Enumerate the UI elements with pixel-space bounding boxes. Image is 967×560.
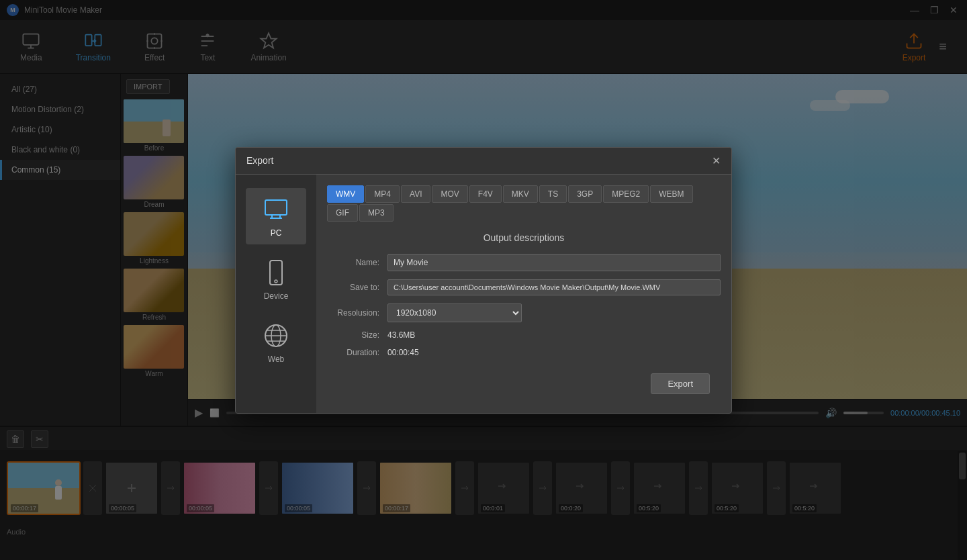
format-avi[interactable]: AVI bbox=[401, 185, 430, 203]
dialog-title: Export bbox=[246, 155, 273, 166]
size-label: Size: bbox=[327, 330, 387, 340]
size-row: Size: 43.6MB bbox=[327, 330, 721, 340]
monitor-svg bbox=[261, 195, 291, 224]
format-mpeg2[interactable]: MPEG2 bbox=[603, 185, 649, 203]
resolution-select[interactable]: 1920x1080 bbox=[387, 304, 522, 322]
dialog-header: Export ✕ bbox=[236, 148, 731, 175]
dest-web[interactable]: Web bbox=[246, 314, 306, 371]
dialog-footer: Export bbox=[327, 365, 721, 402]
format-tabs: WMV MP4 AVI MOV F4V MKV TS 3GP MPEG2 WEB… bbox=[327, 185, 721, 222]
pc-icon bbox=[261, 195, 291, 224]
format-mp3[interactable]: MP3 bbox=[359, 204, 394, 222]
dialog-right: WMV MP4 AVI MOV F4V MKV TS 3GP MPEG2 WEB… bbox=[316, 175, 731, 413]
svg-rect-17 bbox=[265, 200, 287, 215]
format-ts[interactable]: TS bbox=[539, 185, 567, 203]
save-to-label: Save to: bbox=[327, 283, 387, 292]
dialog-body: PC Device bbox=[236, 175, 731, 413]
duration-label: Duration: bbox=[327, 348, 387, 357]
svg-rect-18 bbox=[270, 261, 282, 285]
duration-value: 00:00:45 bbox=[387, 348, 721, 357]
format-gif[interactable]: GIF bbox=[327, 204, 358, 222]
resolution-label: Resolusion: bbox=[327, 308, 387, 318]
export-action-button[interactable]: Export bbox=[651, 373, 710, 394]
svg-point-19 bbox=[275, 280, 277, 283]
web-icon bbox=[261, 321, 291, 351]
format-webm[interactable]: WEBM bbox=[650, 185, 692, 203]
name-label: Name: bbox=[327, 258, 387, 267]
dest-pc[interactable]: PC bbox=[246, 188, 306, 244]
duration-row: Duration: 00:00:45 bbox=[327, 348, 721, 357]
dest-device-label: Device bbox=[264, 291, 289, 301]
output-descriptions-title: Output descriptions bbox=[327, 232, 721, 243]
dest-device[interactable]: Device bbox=[246, 251, 306, 308]
dest-pc-label: PC bbox=[271, 228, 282, 238]
dialog-close-button[interactable]: ✕ bbox=[712, 154, 721, 167]
format-mkv[interactable]: MKV bbox=[503, 185, 538, 203]
dialog-overlay: Export ✕ PC bbox=[0, 0, 967, 560]
format-3gp[interactable]: 3GP bbox=[568, 185, 602, 203]
save-to-row: Save to: bbox=[327, 279, 721, 295]
format-wmv[interactable]: WMV bbox=[327, 185, 364, 203]
size-value: 43.6MB bbox=[387, 330, 721, 340]
name-input[interactable] bbox=[387, 254, 721, 271]
dest-web-label: Web bbox=[268, 355, 284, 364]
format-mov[interactable]: MOV bbox=[432, 185, 467, 203]
name-row: Name: bbox=[327, 254, 721, 271]
export-dialog: Export ✕ PC bbox=[235, 147, 732, 414]
format-f4v[interactable]: F4V bbox=[469, 185, 502, 203]
resolution-row: Resolusion: 1920x1080 bbox=[327, 304, 721, 322]
globe-svg bbox=[261, 321, 291, 351]
format-mp4[interactable]: MP4 bbox=[365, 185, 400, 203]
phone-svg bbox=[261, 258, 291, 287]
device-icon bbox=[261, 258, 291, 287]
save-to-input[interactable] bbox=[387, 279, 721, 295]
dialog-destinations: PC Device bbox=[236, 175, 316, 413]
